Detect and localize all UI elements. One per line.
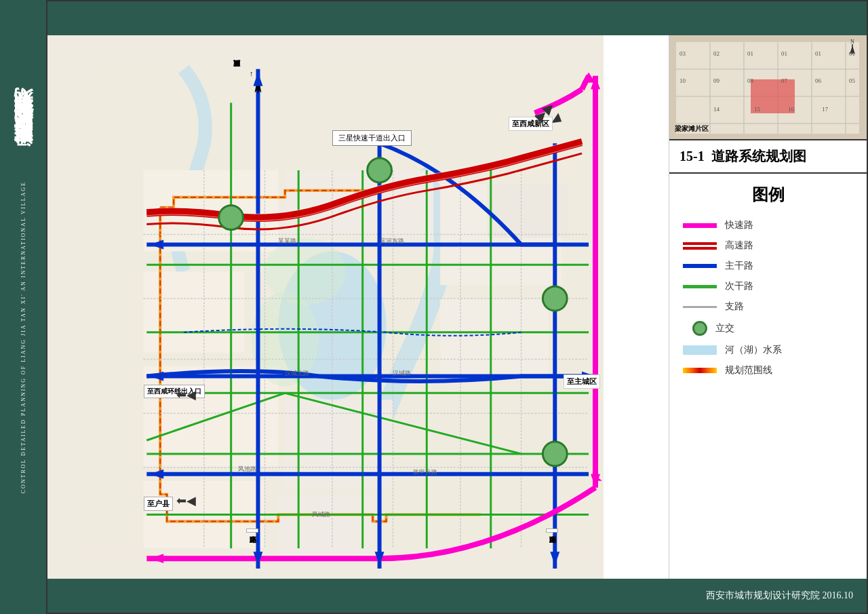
legend-label-branch-road: 支路	[725, 301, 744, 313]
north-arrow-label: ↑	[250, 69, 254, 77]
section-title: 道路系统规划图	[711, 147, 806, 166]
main-content: 某某路 滨河东路 汉城北路 汉城路 装甲兵路 凤池路 凤城路	[46, 0, 868, 614]
legend-header: 15-1 道路系统规划图	[669, 140, 867, 174]
svg-text:08: 08	[747, 77, 754, 84]
legend-item-water: 河（湖）水系	[683, 344, 853, 356]
legend-label-main-road: 主干路	[725, 260, 753, 272]
svg-point-47	[368, 158, 392, 183]
svg-text:17: 17	[822, 106, 829, 113]
dir-label-east: 至主城区	[564, 375, 600, 389]
legend-line-main-road	[683, 264, 717, 268]
svg-text:06: 06	[815, 77, 822, 84]
dir-label-se: 至环山路	[546, 529, 558, 533]
legend-item-secondary-road: 次干路	[683, 280, 853, 292]
legend-item-branch-road: 支路	[683, 301, 853, 313]
legend-item-highway: 高速路	[683, 239, 853, 252]
svg-point-46	[219, 206, 243, 230]
svg-text:14: 14	[713, 106, 720, 113]
legend-rect-boundary	[683, 368, 717, 373]
dir-label-west: 至户县	[144, 497, 173, 511]
legend-line-expressway	[683, 223, 717, 228]
svg-text:05: 05	[849, 77, 856, 84]
svg-text:某某路: 某某路	[278, 237, 296, 244]
mini-map-label: 梁家滩片区	[675, 124, 709, 134]
svg-marker-65	[550, 552, 559, 565]
svg-text:03: 03	[679, 50, 686, 57]
legend-label-water: 河（湖）水系	[725, 344, 782, 356]
svg-text:凤城路: 凤城路	[312, 511, 330, 518]
page-container: 梁家滩西安国际社区控制性详细规划 CONTROL DETAILED PLANNI…	[0, 0, 868, 614]
svg-text:汉城路: 汉城路	[393, 370, 412, 377]
svg-text:16: 16	[788, 106, 795, 113]
svg-point-49	[542, 442, 567, 466]
svg-rect-5	[440, 299, 548, 379]
arrow-west: ⬅◀	[176, 493, 196, 508]
footer-text: 西安市城市规划设计研究院 2016.10	[706, 590, 853, 602]
svg-text:滨河东路: 滨河东路	[380, 237, 404, 244]
legend-item-main-road: 主干路	[683, 260, 853, 272]
svg-text:装甲兵路: 装甲兵路	[413, 469, 437, 476]
legend-circle-interchange	[692, 321, 707, 336]
legend-item-interchange: 立交	[683, 321, 853, 336]
svg-text:09: 09	[713, 77, 720, 84]
map-area: 某某路 滨河东路 汉城北路 汉城路 装甲兵路 凤池路 凤城路	[47, 35, 604, 579]
svg-text:凤池路: 凤池路	[238, 465, 256, 472]
svg-marker-69	[150, 554, 163, 563]
legend-line-secondary-road	[683, 285, 717, 288]
svg-text:15: 15	[754, 106, 761, 113]
svg-rect-11	[278, 495, 372, 556]
bottom-footer: 西安市城市规划设计研究院 2016.10	[47, 579, 867, 613]
svg-text:N: N	[850, 39, 854, 45]
svg-text:01: 01	[747, 50, 753, 57]
svg-text:汉城北路: 汉城北路	[285, 370, 309, 377]
right-panel: 03 02 01 01 01 01 10 09 08 07 06 05 14 1…	[669, 35, 867, 579]
top-header	[47, 1, 867, 35]
legend-label-secondary-road: 次干路	[725, 280, 753, 292]
legend-title: 图例	[683, 184, 853, 206]
expressway-callout: 三星快速干道出入口	[332, 130, 412, 146]
svg-text:01: 01	[815, 50, 821, 57]
legend-item-boundary: 规划范围线	[683, 364, 853, 377]
legend-item-expressway: 快速路	[683, 219, 853, 231]
legend-label-expressway: 快速路	[725, 219, 753, 231]
legend-rect-water	[683, 345, 717, 355]
svg-rect-7	[143, 271, 244, 352]
svg-text:07: 07	[781, 77, 788, 84]
legend-label-boundary: 规划范围线	[725, 364, 772, 377]
legend-line-highway	[683, 242, 717, 250]
title-chinese: 梁家滩西安国际社区控制性详细规划	[12, 121, 35, 164]
legend-label-highway: 高速路	[725, 239, 753, 252]
title-english: CONTROL DETAILED PLANNING OF LIANG JIA T…	[20, 181, 26, 493]
svg-text:01: 01	[781, 50, 787, 57]
arrow-west-ring: ⬅◀	[176, 387, 196, 402]
svg-text:02: 02	[713, 50, 719, 57]
dir-label-sw: 至环山路	[246, 529, 258, 533]
legend-panel: 图例 快速路 高速路 主干路	[669, 174, 867, 579]
legend-line-branch-road	[683, 306, 717, 308]
svg-text:10: 10	[679, 77, 686, 84]
legend-label-interchange: 立交	[715, 322, 734, 334]
section-number: 15-1	[679, 149, 705, 164]
left-title-bar: 梁家滩西安国际社区控制性详细规划 CONTROL DETAILED PLANNI…	[0, 0, 46, 614]
svg-point-48	[542, 286, 567, 311]
mini-map: 03 02 01 01 01 01 10 09 08 07 06 05 14 1…	[669, 35, 867, 140]
